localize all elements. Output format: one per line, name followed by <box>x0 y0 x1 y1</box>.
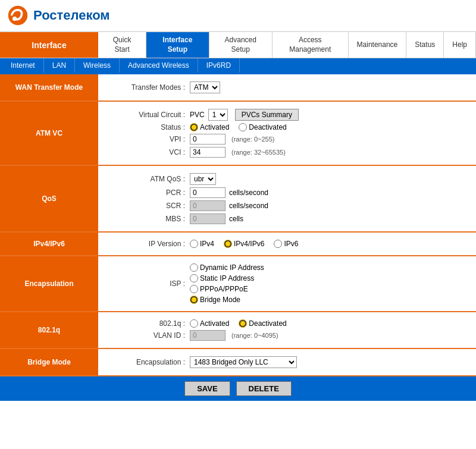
status-radio-group: Activated Deactivated <box>190 123 293 131</box>
scr-input[interactable] <box>190 200 226 211</box>
isp-field: Dynamic IP Address Static IP Address PPP… <box>190 263 270 304</box>
transfer-mode-select[interactable]: ATM <box>190 81 220 93</box>
pppoa-radio[interactable] <box>190 285 198 293</box>
scr-label: SCR : <box>108 202 185 210</box>
atm-vc-section: ATM VC Virtual Circuit : PVC 1 PVCs Summ… <box>0 102 476 166</box>
atm-qos-label: ATM QoS : <box>108 175 185 183</box>
dot1q-deactivated-radio[interactable] <box>239 319 247 328</box>
deactivated-radio-label[interactable]: Deactivated <box>239 123 286 131</box>
ipv4-radio-label[interactable]: IPv4 <box>190 240 214 248</box>
dot1q-label: 802.1q <box>0 312 98 348</box>
tab-access-management[interactable]: Access Management <box>273 32 349 58</box>
ip-version-row: IP Version : IPv4 IPv4/IPv6 IPv6 <box>108 240 466 248</box>
vlan-id-label: VLAN ID : <box>108 331 185 340</box>
vci-row: VCI : (range: 32~65535) <box>108 147 466 158</box>
dot1q-radio-group: Activated Deactivated <box>190 319 293 328</box>
delete-button[interactable]: DELETE <box>236 381 292 396</box>
isp-label: ISP : <box>108 280 185 288</box>
bridge-mode-radio[interactable] <box>190 296 198 304</box>
pcr-row: PCR : cells/second <box>108 187 466 198</box>
tab-status[interactable]: Status <box>406 32 444 58</box>
encapsulation-select-field: 1483 Bridged Only LLC <box>190 356 297 368</box>
tab-quick-start[interactable]: Quick Start <box>98 32 146 58</box>
logo-icon <box>7 5 29 26</box>
ipv4ipv6-label: IPv4/IPv6 <box>0 233 98 255</box>
atm-qos-select[interactable]: ubr <box>190 173 216 185</box>
transfer-mode-row: Transfer Modes : ATM <box>108 81 466 93</box>
static-ip-radio[interactable] <box>190 274 198 282</box>
sub-tab-internet[interactable]: Internet <box>2 58 44 73</box>
encapsulation-content: ISP : Dynamic IP Address Static IP Addre… <box>98 256 476 311</box>
main-content: WAN Transfer Mode Transfer Modes : ATM A… <box>0 74 476 376</box>
dot1q-activated-label[interactable]: Activated <box>190 319 229 328</box>
vpi-range: (range: 0~255) <box>231 136 274 143</box>
qos-label: QoS <box>0 166 98 231</box>
atm-qos-row: ATM QoS : ubr <box>108 173 466 185</box>
mbs-input[interactable] <box>190 213 226 224</box>
encapsulation-field-label: Encapsulation : <box>108 358 185 366</box>
sub-tab-lan[interactable]: LAN <box>44 58 75 73</box>
pvc-label: PVC <box>190 111 205 119</box>
dot1q-field-label: 802.1q : <box>108 319 185 328</box>
tab-interface-setup[interactable]: Interface Setup <box>146 32 209 58</box>
virtual-circuit-field: PVC 1 PVCs Summary <box>190 109 299 121</box>
vpi-input[interactable] <box>190 134 226 145</box>
svg-point-0 <box>8 6 27 25</box>
virtual-circuit-row: Virtual Circuit : PVC 1 PVCs Summary <box>108 109 466 121</box>
atm-qos-field: ubr <box>190 173 216 185</box>
ipv4ipv6-radio-label[interactable]: IPv4/IPv6 <box>224 240 264 248</box>
sub-tab-wireless[interactable]: Wireless <box>75 58 120 73</box>
vci-label: VCI : <box>108 148 185 156</box>
tab-maintenance[interactable]: Maintenance <box>349 32 407 58</box>
vpi-label: VPI : <box>108 135 185 143</box>
tab-help[interactable]: Help <box>444 32 476 58</box>
activated-radio-label[interactable]: Activated <box>190 123 229 131</box>
bridge-mode-label[interactable]: Bridge Mode <box>190 296 240 304</box>
transfer-modes-field: ATM <box>190 81 220 93</box>
pppoa-label[interactable]: PPPoA/PPPoE <box>190 285 248 293</box>
vlan-id-row: VLAN ID : (range: 0~4095) <box>108 330 466 341</box>
nav-tabs: Quick Start Interface Setup Advanced Set… <box>98 32 476 58</box>
pcr-input[interactable] <box>190 187 226 198</box>
ipv4-radio[interactable] <box>190 240 198 248</box>
pvc-select[interactable]: 1 <box>208 109 228 121</box>
encapsulation-select[interactable]: 1483 Bridged Only LLC <box>190 356 297 368</box>
status-label: Status : <box>108 123 185 131</box>
bridge-mode-section: Bridge Mode Encapsulation : 1483 Bridged… <box>0 349 476 376</box>
sub-tab-advanced-wireless[interactable]: Advanced Wireless <box>120 58 198 73</box>
pcr-unit: cells/second <box>229 189 268 197</box>
scr-unit: cells/second <box>229 202 268 210</box>
svg-point-1 <box>12 17 17 21</box>
wan-transfer-mode-section: WAN Transfer Mode Transfer Modes : ATM <box>0 74 476 102</box>
mbs-unit: cells <box>229 215 243 223</box>
ipv6-radio[interactable] <box>274 240 282 248</box>
dynamic-ip-label[interactable]: Dynamic IP Address <box>190 263 264 272</box>
dot1q-content: 802.1q : Activated Deactivated VLAN ID : <box>98 312 476 348</box>
nav-bar: Interface Quick Start Interface Setup Ad… <box>0 32 476 58</box>
isp-row: ISP : Dynamic IP Address Static IP Addre… <box>108 263 466 304</box>
mbs-field: cells <box>190 213 243 224</box>
encapsulation-section: Encapsulation ISP : Dynamic IP Address S… <box>0 256 476 312</box>
virtual-circuit-label: Virtual Circuit : <box>108 111 185 119</box>
vci-field: (range: 32~65535) <box>190 147 286 158</box>
save-button[interactable]: SAVE <box>184 381 230 396</box>
encapsulation-row: Encapsulation : 1483 Bridged Only LLC <box>108 356 466 368</box>
ipv4ipv6-radio[interactable] <box>224 240 232 248</box>
dot1q-activated-radio[interactable] <box>190 319 198 328</box>
vpi-row: VPI : (range: 0~255) <box>108 134 466 145</box>
dynamic-ip-radio[interactable] <box>190 263 198 272</box>
header: Ростелеком <box>0 0 476 32</box>
sub-tab-ipv6rd[interactable]: IPv6RD <box>198 58 240 73</box>
deactivated-radio[interactable] <box>239 123 247 131</box>
tab-advanced-setup[interactable]: Advanced Setup <box>209 32 273 58</box>
wan-transfer-mode-label: WAN Transfer Mode <box>0 74 98 101</box>
static-ip-label[interactable]: Static IP Address <box>190 274 254 282</box>
vlan-id-input[interactable] <box>190 330 226 341</box>
dot1q-deactivated-label[interactable]: Deactivated <box>239 319 286 328</box>
sub-nav: Internet LAN Wireless Advanced Wireless … <box>0 58 476 73</box>
encapsulation-label: Encapsulation <box>0 256 98 311</box>
activated-radio[interactable] <box>190 123 198 131</box>
vci-input[interactable] <box>190 147 226 158</box>
ipv6-radio-label[interactable]: IPv6 <box>274 240 298 248</box>
pvcs-summary-button[interactable]: PVCs Summary <box>235 109 299 121</box>
